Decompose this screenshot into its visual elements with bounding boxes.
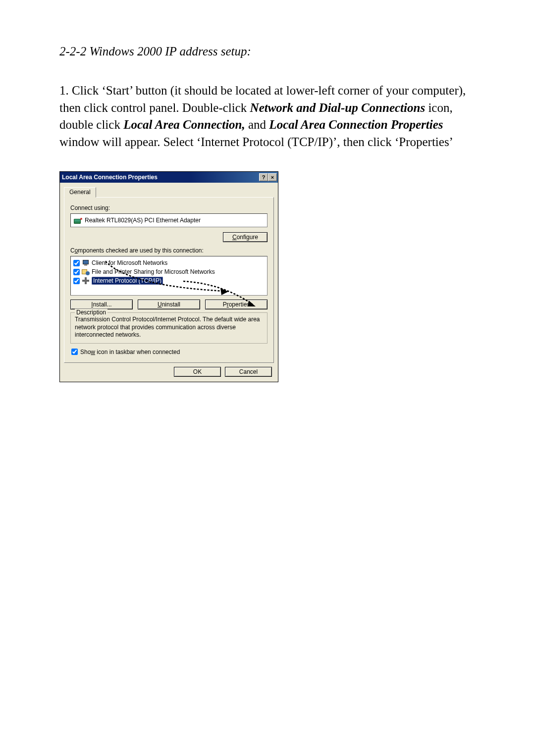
help-button[interactable]: ? (259, 173, 268, 181)
nic-icon (74, 217, 82, 224)
instruction-text-4: window will appear. Select ‘Internet Pro… (59, 135, 453, 149)
tab-general[interactable]: General (64, 187, 96, 198)
uninstall-button[interactable]: Uninstall (138, 300, 200, 309)
description-fieldset: Description Transmission Control Protoco… (70, 312, 268, 344)
svg-marker-0 (220, 288, 228, 295)
component-label-client: Client for Microsoft Networks (92, 259, 167, 266)
instruction-text-3: and (248, 118, 269, 131)
component-item-fileshare[interactable]: File and Printer Sharing for Microsoft N… (72, 267, 266, 276)
configure-underline: C (232, 234, 237, 241)
configure-button[interactable]: CConfigureonfigure (223, 232, 268, 242)
show-icon-row[interactable]: Show icon in taskbar when connected (71, 349, 268, 355)
cancel-button[interactable]: Cancel (225, 367, 272, 377)
checkbox-client[interactable] (73, 260, 80, 266)
network-icon (82, 277, 90, 285)
close-button[interactable]: × (268, 173, 277, 181)
adapter-field: Realtek RTL8029(AS) PCI Ethernet Adapter (70, 213, 268, 227)
instruction-bold-3: Local Area Connection Properties (269, 118, 443, 131)
ok-button[interactable]: OK (174, 367, 221, 377)
install-button[interactable]: Install... (70, 300, 133, 309)
instruction-paragraph: 1. Click ‘Start’ button (it should be lo… (59, 82, 476, 151)
description-legend: Description (75, 309, 107, 316)
adapter-name: Realtek RTL8029(AS) PCI Ethernet Adapter (85, 217, 201, 224)
dialog-body: General Connect using: Realtek RTL8029(A… (60, 183, 278, 382)
titlebar[interactable]: Local Area Connection Properties ? × (60, 172, 278, 183)
show-icon-label: Show icon in taskbar when connected (80, 349, 180, 355)
show-icon-checkbox[interactable] (71, 349, 78, 355)
component-item-tcpip[interactable]: Internet Protocol (TCP/IP) (72, 276, 266, 285)
instruction-bold-1: Network and Dial-up Connections (250, 101, 426, 114)
component-label-fileshare: File and Printer Sharing for Microsoft N… (92, 268, 215, 275)
components-listbox[interactable]: Client for Microsoft Networks File and P… (70, 256, 268, 296)
checkbox-fileshare[interactable] (73, 269, 80, 275)
description-text: Transmission Control Protocol/Internet P… (75, 316, 263, 339)
properties-button[interactable]: Properties (205, 300, 268, 309)
share-icon (82, 268, 90, 276)
component-item-client[interactable]: Client for Microsoft Networks (72, 258, 266, 267)
component-label-tcpip: Internet Protocol (TCP/IP) (92, 277, 163, 285)
components-label: Components checked are used by this conn… (70, 247, 268, 254)
tab-panel-general: Connect using: Realtek RTL8029(AS) PCI E… (64, 197, 274, 363)
checkbox-tcpip[interactable] (73, 278, 80, 284)
monitor-icon (82, 259, 90, 267)
instruction-bold-2: Local Area Connection, (123, 118, 245, 131)
section-heading: 2-2-2 Windows 2000 IP address setup: (59, 45, 476, 58)
dialog-window: Local Area Connection Properties ? × Gen… (59, 171, 278, 382)
connect-using-label: Connect using: (70, 204, 268, 211)
dialog-title: Local Area Connection Properties (62, 174, 158, 181)
